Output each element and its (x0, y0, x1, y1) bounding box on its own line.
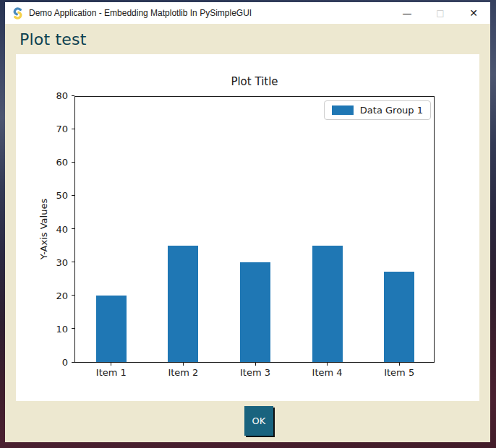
y-tick-label: 60 (40, 158, 68, 167)
bar-item-2 (168, 246, 198, 362)
x-tick-mark (399, 363, 400, 366)
y-tick-mark (72, 362, 74, 363)
close-button[interactable]: ✕ (457, 2, 490, 24)
legend-swatch (332, 105, 354, 115)
legend: Data Group 1 (324, 100, 431, 120)
y-tick-label: 30 (40, 257, 68, 267)
y-tick-mark (72, 95, 74, 96)
y-tick-mark (72, 328, 74, 329)
axes-area: Data Group 1 01020304050607080Item 1Item… (74, 96, 435, 363)
ok-button[interactable]: OK (244, 406, 273, 436)
y-tick-label: 10 (40, 324, 68, 333)
page-title: Plot test (20, 30, 87, 48)
y-tick-label: 20 (40, 290, 68, 300)
y-tick-label: 70 (40, 124, 68, 134)
y-tick-label: 40 (40, 224, 68, 233)
window-controls: — □ ✕ (390, 2, 490, 24)
y-tick-label: 0 (40, 358, 68, 367)
maximize-button[interactable]: □ (424, 2, 457, 24)
titlebar: Demo Application - Embedding Matplotlib … (5, 2, 490, 24)
x-tick-mark (183, 363, 184, 366)
x-tick-label: Item 1 (82, 367, 140, 378)
y-tick-label: 50 (40, 191, 68, 200)
x-tick-label: Item 3 (226, 367, 284, 378)
matplotlib-canvas: Plot Title Y-Axis Values Data Group 1 01… (16, 54, 479, 401)
legend-label: Data Group 1 (360, 105, 423, 116)
bar-item-5 (384, 272, 414, 362)
bar-item-3 (240, 262, 270, 362)
bar-item-4 (312, 246, 343, 362)
x-tick-label: Item 4 (299, 367, 356, 378)
x-tick-mark (111, 363, 111, 366)
y-tick-mark (72, 195, 74, 196)
y-tick-mark (72, 295, 74, 296)
y-tick-mark (72, 129, 74, 129)
bar-item-1 (96, 296, 127, 362)
x-tick-label: Item 5 (370, 367, 428, 378)
minimize-button[interactable]: — (390, 2, 424, 24)
x-tick-label: Item 2 (154, 367, 212, 378)
y-tick-mark (72, 228, 74, 229)
x-tick-mark (255, 363, 256, 366)
y-tick-label: 80 (40, 91, 68, 100)
y-tick-mark (72, 262, 74, 262)
window-title: Demo Application - Embedding Matplotlib … (29, 8, 252, 18)
y-tick-mark (72, 162, 74, 163)
pysimplegui-logo-icon (12, 7, 24, 20)
x-tick-mark (327, 363, 328, 366)
chart-title: Plot Title (74, 75, 435, 88)
app-window: Demo Application - Embedding Matplotlib … (5, 2, 490, 442)
